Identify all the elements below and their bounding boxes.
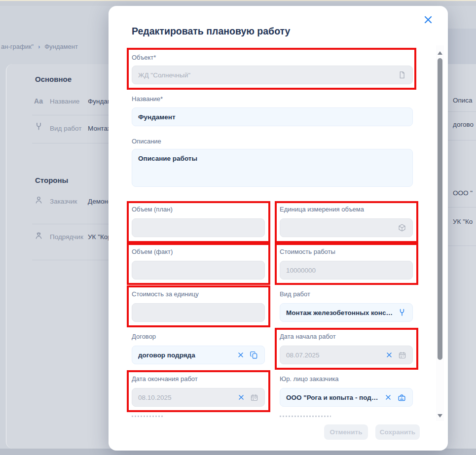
divider (32, 143, 114, 143)
work-type-label: Вид работ (280, 290, 310, 298)
clipped-row-fragment (132, 416, 164, 417)
modal-title: Редактировать плановую работу (132, 26, 290, 37)
bg-fragment: догово (453, 121, 476, 128)
calendar-icon[interactable] (250, 393, 258, 402)
contract-label: Договор (132, 333, 156, 340)
bg-fragment: УК "Ко (453, 218, 476, 225)
copy-icon[interactable] (250, 350, 258, 359)
clear-x-icon[interactable] (385, 351, 393, 359)
background-right-edge: Описа догово ООО " УК "Ко (448, 6, 476, 449)
volume-plan-label: Объем (план) (132, 206, 173, 213)
section-title-main: Основное (35, 75, 72, 83)
work-type-value: Монтаж железобетонных конструкц... (286, 309, 393, 316)
scroll-down-arrow-icon[interactable] (438, 414, 442, 418)
unit-label: Единица измерения объема (280, 206, 364, 213)
divider (32, 224, 114, 224)
chevron-right-icon: › (38, 43, 40, 50)
calendar-icon[interactable] (398, 351, 406, 359)
bg-row-value: УК "Кор (88, 233, 111, 241)
bg-row-label: Подрядчик (50, 233, 83, 241)
work-cost-input[interactable]: 10000000 (280, 261, 413, 280)
cube-icon (398, 223, 406, 232)
volume-fact-input[interactable] (132, 261, 265, 280)
bg-row-label: Заказчик (50, 198, 77, 205)
screen: ан-график" › Фундамент Основное Аа Назва… (0, 0, 476, 455)
briefcase-icon (397, 393, 406, 402)
divider (448, 245, 476, 246)
unit-cost-input[interactable] (132, 303, 265, 322)
date-start-input[interactable]: 08.07.2025 (280, 346, 413, 364)
edit-planned-work-modal: Редактировать плановую работу Объект* ЖД… (109, 6, 448, 451)
person-icon (34, 195, 43, 205)
top-bar (0, 1, 476, 6)
object-field-label: Объект* (132, 54, 156, 61)
divider (448, 207, 476, 208)
bg-fragment: Описа (453, 97, 476, 104)
unit-input[interactable] (280, 218, 413, 237)
clear-x-icon[interactable] (384, 393, 392, 401)
divider (32, 115, 114, 115)
letters-aa-icon: Аа (34, 97, 43, 105)
work-cost-value: 10000000 (286, 267, 406, 274)
work-type-input[interactable]: Монтаж железобетонных конструкц... (280, 303, 413, 322)
customer-entity-value: ООО "Рога и копыта - подряд... (286, 394, 379, 401)
scrollbar-thumb[interactable] (438, 58, 442, 360)
bg-row-label: Вид работ (50, 125, 81, 132)
divider (448, 140, 476, 140)
bg-row-label: Название (50, 98, 79, 105)
section-title-parties: Стороны (35, 176, 68, 184)
modal-scrollbar[interactable] (436, 45, 444, 421)
date-end-label: Дата окончания работ (132, 375, 198, 383)
document-icon (398, 70, 406, 79)
name-field-label: Название* (132, 95, 163, 103)
date-end-input[interactable]: 08.10.2025 (132, 388, 265, 407)
divider (448, 111, 476, 112)
worker-icon (34, 231, 43, 240)
wrench-icon (34, 122, 43, 131)
object-input[interactable]: ЖД "Солнечный" (132, 66, 413, 84)
object-input-value: ЖД "Солнечный" (138, 71, 393, 79)
customer-entity-input[interactable]: ООО "Рога и копыта - подряд... (280, 388, 413, 407)
customer-entity-label: Юр. лицо заказчика (280, 375, 339, 383)
clear-x-icon[interactable] (237, 393, 245, 401)
bg-fragment: ООО " (453, 189, 476, 197)
date-start-value: 08.07.2025 (286, 351, 380, 359)
clipped-row-fragment (280, 416, 331, 417)
breadcrumb: ан-график" › Фундамент (1, 43, 78, 50)
work-cost-label: Стоимость работы (280, 248, 335, 255)
divider (32, 260, 114, 260)
description-field-label: Описание (132, 138, 161, 145)
cancel-button[interactable]: Отменить (324, 424, 368, 440)
breadcrumb-item-current: Фундамент (44, 43, 78, 50)
date-start-label: Дата начала работ (280, 333, 336, 340)
date-end-value: 08.10.2025 (138, 394, 232, 401)
wrench-icon (398, 308, 406, 317)
name-input[interactable]: Фундамент (132, 107, 413, 126)
volume-plan-input[interactable] (132, 218, 265, 237)
contract-input[interactable]: договор подряда (132, 346, 265, 364)
scroll-up-arrow-icon[interactable] (438, 51, 442, 55)
name-input-value: Фундамент (138, 113, 406, 121)
breadcrumb-item-truncated: ан-график" (1, 43, 34, 50)
volume-fact-label: Объем (факт) (132, 248, 173, 255)
background-details-panel: Основное Аа Название Фундам Вид работ Мо… (6, 64, 114, 449)
save-button[interactable]: Сохранить (375, 424, 420, 440)
close-x-icon[interactable] (422, 14, 434, 26)
contract-value: договор подряда (138, 351, 232, 359)
description-value: Описание работы (138, 155, 406, 162)
description-textarea[interactable]: Описание работы (132, 149, 413, 187)
bg-row-value: Демонс (88, 198, 111, 205)
unit-cost-label: Стоимость за единицу (132, 290, 199, 298)
clear-x-icon[interactable] (237, 351, 245, 359)
background-band (448, 29, 476, 64)
